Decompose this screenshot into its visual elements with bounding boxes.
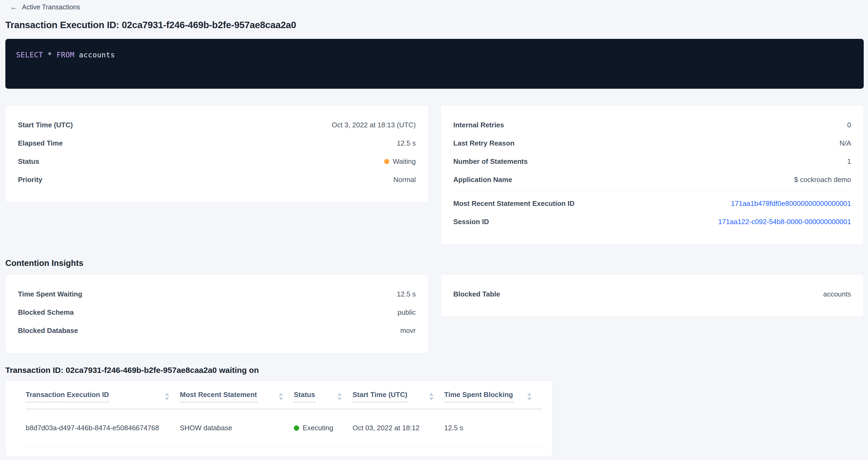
row-value: 12.5 s (397, 139, 416, 148)
row-label: Last Retry Reason (453, 139, 515, 148)
row-label: Status (18, 157, 39, 166)
card-divider (453, 191, 851, 191)
column-header-status[interactable]: Status (294, 391, 352, 402)
row-value-text: accounts (823, 290, 851, 298)
card-row: Last Retry ReasonN/A (453, 134, 851, 152)
row-value: $ cockroach demo (794, 176, 851, 184)
table-cell: 12.5 s (444, 424, 542, 432)
row-value: 1 (847, 157, 851, 166)
sort-asc-icon (279, 393, 283, 396)
column-header-label: Status (294, 391, 315, 402)
cell-text: 12.5 s (444, 424, 463, 432)
column-header-transaction-execution-id[interactable]: Transaction Execution ID (26, 391, 180, 402)
row-label: Blocked Database (18, 327, 78, 335)
card-row: Time Spent Waiting12.5 s (18, 285, 416, 303)
table-row[interactable]: b8d7d03a-d497-446b-8474-e50846674768SHOW… (26, 409, 542, 447)
sort-asc-icon (338, 393, 342, 396)
row-value: 171aa1b478fdf0e80000000000000001 (731, 200, 851, 208)
status-dot-icon (384, 159, 389, 164)
sort-icon[interactable] (338, 393, 342, 400)
row-value: Oct 3, 2022 at 18:13 (UTC) (332, 121, 416, 129)
row-label: Internal Retries (453, 121, 504, 129)
sort-asc-icon (165, 393, 169, 396)
statement-execution-id-link[interactable]: 171aa1b478fdf0e80000000000000001 (731, 200, 851, 208)
sql-keyword: FROM (57, 51, 74, 59)
sort-desc-icon (338, 398, 342, 400)
row-value: N/A (840, 139, 851, 148)
row-value: Normal (393, 176, 416, 184)
card-row: Elapsed Time12.5 s (18, 134, 416, 152)
card-row: Internal Retries0 (453, 116, 851, 134)
table-cell: Executing (294, 424, 352, 432)
row-value-text: Waiting (393, 157, 416, 166)
row-value: public (398, 308, 416, 316)
contention-cards-row: Time Spent Waiting12.5 sBlocked Schemapu… (5, 275, 864, 353)
sql-keyword: SELECT (16, 51, 43, 59)
cell-text: SHOW database (180, 424, 232, 432)
row-label: Number of Statements (453, 157, 528, 166)
summary-cards-row: Start Time (UTC)Oct 3, 2022 at 18:13 (UT… (5, 105, 864, 244)
sort-icon[interactable] (527, 393, 532, 400)
row-value: movr (400, 327, 416, 335)
card-row: Number of Statements1 (453, 152, 851, 171)
sort-icon[interactable] (429, 393, 433, 400)
row-label: Priority (18, 176, 42, 184)
sort-icon[interactable] (279, 393, 283, 400)
sort-asc-icon (429, 393, 433, 396)
sql-statement-box: SELECT * FROM accounts (5, 39, 864, 89)
row-label: Application Name (453, 176, 512, 184)
row-value-text: 12.5 s (397, 290, 416, 298)
active-transaction-details-page: ← Active Transactions Transaction Execut… (0, 0, 868, 456)
card-row: Blocked Tableaccounts (453, 285, 851, 303)
column-header-most-recent-statement[interactable]: Most Recent Statement (180, 391, 294, 402)
cell-text: Oct 03, 2022 at 18:12 (352, 424, 420, 432)
summary-card-right-bottom: Most Recent Statement Execution ID171aa1… (453, 194, 851, 231)
row-label: Most Recent Statement Execution ID (453, 200, 575, 208)
row-value: 0 (847, 121, 851, 129)
row-value-text: 0 (847, 121, 851, 129)
column-header-label: Time Spent Blocking (444, 391, 513, 402)
sort-icon[interactable] (165, 393, 169, 400)
sort-desc-icon (279, 398, 283, 400)
sort-desc-icon (165, 398, 169, 400)
table-cell: SHOW database (180, 424, 294, 432)
waiting-transactions-table: Transaction Execution IDMost Recent Stat… (5, 381, 552, 456)
card-row: PriorityNormal (18, 171, 416, 189)
row-label: Time Spent Waiting (18, 290, 82, 298)
card-row: Start Time (UTC)Oct 3, 2022 at 18:13 (UT… (18, 116, 416, 134)
card-row: Blocked Databasemovr (18, 321, 416, 340)
row-value-text: 1 (847, 157, 851, 166)
section-heading-contention-insights: Contention Insights (5, 258, 864, 268)
sort-desc-icon (429, 398, 433, 400)
cell-text: Executing (303, 424, 333, 432)
table-header-row: Transaction Execution IDMost Recent Stat… (26, 381, 542, 409)
row-label: Elapsed Time (18, 139, 63, 148)
back-link[interactable]: ← Active Transactions (10, 3, 80, 11)
section-heading-waiting-on: Transaction ID: 02ca7931-f246-469b-b2fe-… (5, 366, 864, 375)
card-row: StatusWaiting (18, 152, 416, 171)
column-header-label: Most Recent Statement (180, 391, 257, 402)
back-link-label: Active Transactions (22, 3, 80, 11)
contention-card-left: Time Spent Waiting12.5 sBlocked Schemapu… (5, 275, 428, 353)
row-value: accounts (823, 290, 851, 298)
card-row: Session ID171aa122-c092-54b8-0000-000000… (453, 213, 851, 231)
sort-desc-icon (527, 398, 532, 400)
row-value-text: Normal (393, 176, 416, 184)
table-cell: b8d7d03a-d497-446b-8474-e50846674768 (26, 424, 180, 432)
summary-card-left: Start Time (UTC)Oct 3, 2022 at 18:13 (UT… (5, 105, 428, 203)
table-body: b8d7d03a-d497-446b-8474-e50846674768SHOW… (26, 409, 542, 447)
contention-card-right: Blocked Tableaccounts (441, 275, 864, 317)
row-value-text: $ cockroach demo (794, 176, 851, 184)
sort-asc-icon (527, 393, 532, 396)
status-dot-icon (294, 425, 299, 431)
column-header-start-time-utc[interactable]: Start Time (UTC) (352, 391, 444, 402)
row-value-text: public (398, 308, 416, 316)
column-header-time-spent-blocking[interactable]: Time Spent Blocking (444, 391, 542, 402)
summary-card-right: Internal Retries0Last Retry ReasonN/ANum… (441, 105, 864, 244)
row-value: 171aa122-c092-54b8-0000-000000000001 (718, 218, 851, 226)
back-arrow-icon: ← (10, 3, 18, 11)
session-id-link[interactable]: 171aa122-c092-54b8-0000-000000000001 (718, 218, 851, 226)
row-label: Session ID (453, 218, 489, 226)
column-header-label: Start Time (UTC) (352, 391, 407, 402)
row-value-text: N/A (840, 139, 851, 148)
